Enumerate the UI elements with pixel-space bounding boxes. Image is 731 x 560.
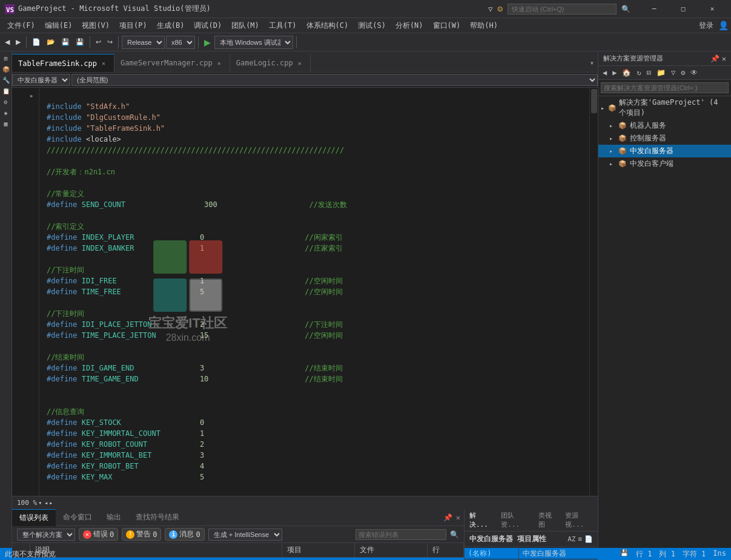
sidebar-icon-2[interactable]: 📦: [1, 65, 11, 74]
zoom-dropdown-icon[interactable]: ▾: [38, 499, 42, 506]
zoom-arrow-right[interactable]: ▸: [49, 499, 53, 506]
redo-button[interactable]: ↪: [105, 37, 115, 47]
solution-settings-btn[interactable]: ⚙: [679, 67, 687, 78]
new-file-button[interactable]: 📄: [30, 37, 43, 47]
sort-az-icon[interactable]: AZ: [567, 535, 575, 543]
solution-filter-btn[interactable]: ▽: [669, 67, 677, 78]
menu-item-arch[interactable]: 体系结构(C): [302, 19, 354, 32]
zoom-arrow-left[interactable]: ◂: [44, 499, 48, 506]
solution-refresh-btn[interactable]: ↻: [635, 67, 643, 78]
solution-collapse-btn[interactable]: ⊟: [645, 67, 653, 78]
bottom-tab-resourceview[interactable]: 资源视...: [560, 509, 598, 531]
status-text: 此项不支持预览: [5, 549, 56, 559]
debug-target-dropdown[interactable]: 本地 Windows 调试器: [214, 36, 293, 49]
pin-icon[interactable]: 📌: [443, 513, 452, 522]
build-filter-dropdown[interactable]: 生成 + IntelliSense: [208, 529, 282, 541]
tree-item-zhongfabaiclient[interactable]: ▸ 📦 中发白客户端: [598, 157, 731, 170]
error-list-empty: [12, 558, 464, 560]
solution-forward-btn[interactable]: ▶: [610, 67, 618, 78]
bottom-tab-command[interactable]: 命令窗口: [56, 509, 99, 526]
save-all-button[interactable]: 💾: [73, 37, 87, 47]
svg-text:VS: VS: [6, 6, 14, 14]
sidebar-icon-4[interactable]: 📋: [1, 87, 11, 96]
tree-item-zhongfabai[interactable]: ▸ 📦 中发白服务器: [598, 145, 731, 157]
menu-item-test[interactable]: 测试(S): [353, 19, 391, 32]
menu-item-analyze[interactable]: 分析(N): [391, 19, 428, 32]
menu-item-team[interactable]: 团队(M): [227, 19, 264, 32]
maximize-button[interactable]: □: [669, 0, 697, 18]
tree-item-robotservice[interactable]: ▸ 📦 机器人服务: [598, 119, 731, 132]
account-icon: 👤: [718, 21, 729, 30]
scope-left-dropdown[interactable]: 中发白服务器: [12, 74, 70, 86]
tab-close-0[interactable]: ✕: [99, 59, 108, 68]
sidebar-icon-1[interactable]: ⊞: [1, 54, 11, 64]
editor-scrollbar[interactable]: [589, 88, 598, 496]
property-pages-icon[interactable]: 📄: [584, 535, 593, 543]
undo-button[interactable]: ↩: [93, 37, 104, 47]
solution-home-btn[interactable]: 🏠: [620, 67, 633, 78]
menu-item-file[interactable]: 文件(F): [2, 19, 40, 32]
solution-showfiles-btn[interactable]: 📁: [655, 67, 667, 78]
menu-item-help[interactable]: 帮助(H): [465, 19, 503, 32]
solution-preview-btn[interactable]: 👁: [689, 67, 700, 78]
error-label: 错误: [93, 529, 108, 539]
title-bar: VS GameProject - Microsoft Visual Studio…: [0, 0, 731, 18]
tab-gameservermanager[interactable]: GameServerManager.cpp ✕: [114, 54, 230, 72]
tab-close-2[interactable]: ✕: [296, 59, 304, 67]
bottom-tab-solution[interactable]: 解决...: [465, 509, 496, 531]
scope-filter-dropdown[interactable]: 整个解决方案: [17, 529, 75, 541]
menu-item-project[interactable]: 项目(P): [114, 19, 152, 32]
start-debug-button[interactable]: ▶: [202, 36, 213, 48]
menu-item-view[interactable]: 视图(V): [77, 19, 114, 32]
line-numbers: ▸: [12, 88, 39, 496]
open-button[interactable]: 📂: [44, 37, 58, 47]
forward-button[interactable]: ▶: [13, 37, 23, 47]
bottom-tab-output[interactable]: 输出: [99, 509, 128, 526]
bottom-tab-findsymbol[interactable]: 查找符号结果: [128, 509, 187, 526]
solution-root-item[interactable]: ▸ 📦 解决方案'GameProject' (4 个项目): [598, 96, 731, 119]
sidebar-icon-3[interactable]: 🔧: [1, 76, 11, 85]
save-button[interactable]: 💾: [59, 37, 72, 47]
scope-right-dropdown[interactable]: (全局范围): [71, 74, 598, 86]
sidebar-icon-5[interactable]: ⚙: [1, 97, 11, 107]
menu-item-window[interactable]: 窗口(W): [428, 19, 466, 32]
quick-launch-input[interactable]: [508, 4, 617, 15]
menu-item-build[interactable]: 生成(B): [152, 19, 190, 32]
menu-item-tools[interactable]: 工具(T): [264, 19, 302, 32]
close-button[interactable]: ✕: [698, 0, 726, 18]
tab-gamelogic[interactable]: GameLogic.cpp ✕: [230, 54, 311, 72]
sort-category-icon[interactable]: ≡: [578, 535, 582, 543]
minimize-button[interactable]: ─: [640, 0, 668, 18]
bottom-tab-bar: 错误列表 命令窗口 输出 查找符号结果 📌 ✕: [12, 509, 464, 526]
bottom-tab-team[interactable]: 团队资...: [496, 509, 534, 531]
pin-solution-icon[interactable]: 📌: [710, 54, 719, 63]
close-bottom-icon[interactable]: ✕: [456, 513, 460, 522]
message-badge[interactable]: i 消息 0: [165, 528, 204, 541]
menu-item-debug[interactable]: 调试(D): [189, 19, 227, 32]
tab-overflow-button[interactable]: ▾: [586, 54, 598, 72]
solution-search-input[interactable]: [601, 82, 729, 93]
login-button[interactable]: 登录: [694, 19, 718, 32]
warning-badge[interactable]: ! 警告 0: [122, 528, 161, 541]
bottom-tab-classview[interactable]: 类视图: [534, 509, 561, 531]
scrollbar-thumb[interactable]: [591, 89, 597, 113]
sidebar-icon-6[interactable]: ◈: [1, 108, 11, 118]
tab-close-1[interactable]: ✕: [215, 59, 223, 67]
row-indicator: 行 1: [636, 549, 652, 559]
back-button[interactable]: ◀: [2, 37, 12, 47]
search-error-icon[interactable]: 🔍: [450, 530, 459, 539]
solution-toolbar: ◀ ▶ 🏠 ↻ ⊟ 📁 ▽ ⚙ 👁: [598, 66, 731, 80]
tree-item-controlserver[interactable]: ▸ 📦 控制服务器: [598, 132, 731, 145]
code-content[interactable]: #include "StdAfx.h" #include "DlgCustomR…: [39, 88, 589, 496]
sidebar-icon-7[interactable]: ▦: [1, 119, 11, 129]
solution-back-btn[interactable]: ◀: [601, 67, 609, 78]
separator-3: [118, 36, 119, 48]
build-config-dropdown[interactable]: Release: [122, 36, 165, 49]
bottom-tab-errors[interactable]: 错误列表: [12, 509, 56, 526]
error-badge[interactable]: ✕ 错误 0: [79, 528, 118, 541]
tab-tableframesink[interactable]: TableFrameSink.cpp ✕: [12, 54, 114, 72]
error-search-input[interactable]: [356, 529, 446, 540]
menu-item-edit[interactable]: 编辑(E): [40, 19, 78, 32]
close-solution-icon[interactable]: ✕: [722, 54, 726, 63]
platform-dropdown[interactable]: x86: [166, 36, 195, 49]
